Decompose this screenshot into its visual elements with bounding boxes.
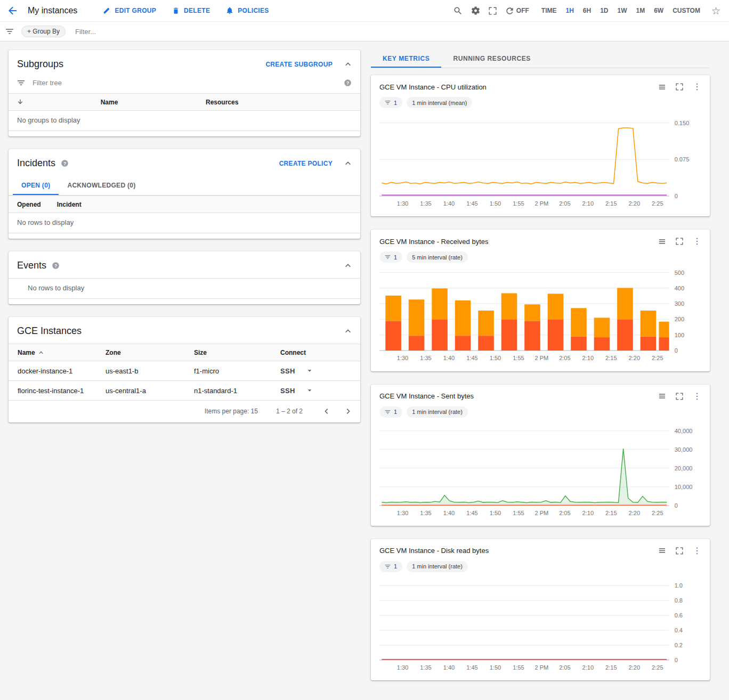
legend-list-icon[interactable] xyxy=(658,547,666,555)
svg-text:1:55: 1:55 xyxy=(513,355,524,361)
svg-text:1:45: 1:45 xyxy=(466,200,478,207)
chart-title: GCE VM Instance - CPU utilization xyxy=(379,83,487,91)
expand-chart-icon[interactable] xyxy=(676,393,683,400)
gce-col-zone[interactable]: Zone xyxy=(96,349,185,356)
incidents-empty-text: No rows to display xyxy=(9,213,360,233)
auto-refresh-toggle[interactable]: OFF xyxy=(506,7,529,15)
tab-key-metrics[interactable]: KEY METRICS xyxy=(371,50,441,68)
help-icon[interactable]: ? xyxy=(61,159,69,167)
gce-col-connect[interactable]: Connect xyxy=(271,349,360,356)
filter-tree-input[interactable]: Filter tree xyxy=(33,79,331,87)
items-per-page-label: Items per page: xyxy=(205,408,249,415)
gce-col-size[interactable]: Size xyxy=(185,349,271,356)
ssh-button[interactable]: SSH xyxy=(280,387,295,395)
ssh-button[interactable]: SSH xyxy=(280,367,295,375)
more-options-icon[interactable]: ⋮ xyxy=(693,83,701,91)
svg-text:200: 200 xyxy=(675,316,684,323)
expand-chart-icon[interactable] xyxy=(676,238,683,245)
collapse-chevron-icon[interactable] xyxy=(344,262,352,270)
next-page-icon[interactable] xyxy=(344,408,352,415)
chart-card-sent-bytes: GCE VM Instance - Sent bytes ⋮ xyxy=(371,385,710,526)
interval-chip[interactable]: 1 min interval (rate) xyxy=(407,406,468,418)
group-by-chip[interactable]: + Group By xyxy=(21,26,66,37)
subgroups-col-resources[interactable]: Resources xyxy=(187,99,360,106)
svg-text:2:10: 2:10 xyxy=(582,510,594,516)
previous-page-icon[interactable] xyxy=(323,408,330,415)
items-per-page-value[interactable]: 15 xyxy=(251,408,258,415)
filter-chip[interactable]: 1 xyxy=(379,251,402,263)
chart-canvas[interactable]: 50040030020010001:301:351:401:451:501:55… xyxy=(379,265,701,368)
svg-text:2:20: 2:20 xyxy=(629,200,641,207)
more-options-icon[interactable]: ⋮ xyxy=(693,237,701,246)
time-range-1d[interactable]: 1D xyxy=(600,7,608,14)
interval-chip[interactable]: 1 min interval (rate) xyxy=(407,561,468,572)
chart-canvas[interactable]: 40,00030,00020,00010,00001:301:351:401:4… xyxy=(379,420,701,523)
back-arrow-icon[interactable] xyxy=(9,6,17,15)
svg-text:?: ? xyxy=(54,263,57,268)
tab-acknowledged[interactable]: ACKNOWLEDGED (0) xyxy=(59,176,144,195)
filter-input[interactable]: Filter... xyxy=(75,28,724,36)
legend-list-icon[interactable] xyxy=(658,392,666,400)
interval-chip[interactable]: 1 min interval (mean) xyxy=(407,97,472,108)
interval-chip[interactable]: 5 min interval (rate) xyxy=(407,251,468,263)
time-range-1w[interactable]: 1W xyxy=(618,7,627,14)
chart-canvas[interactable]: 1.00.80.60.40.201:301:351:401:451:501:55… xyxy=(379,574,701,677)
edit-group-button[interactable]: EDIT GROUP xyxy=(103,7,156,14)
svg-text:1:45: 1:45 xyxy=(466,355,478,361)
filter-chip[interactable]: 1 xyxy=(379,561,402,572)
search-icon[interactable] xyxy=(453,6,462,15)
time-range-1m[interactable]: 1M xyxy=(636,7,645,14)
collapse-chevron-icon[interactable] xyxy=(344,328,352,335)
gce-col-name[interactable]: Name xyxy=(9,349,96,356)
tab-open[interactable]: OPEN (0) xyxy=(13,176,59,195)
collapse-chevron-icon[interactable] xyxy=(344,160,352,167)
incidents-col-opened[interactable]: Opened xyxy=(17,201,41,208)
delete-button[interactable]: DELETE xyxy=(172,7,210,14)
events-card: Events ? No rows to display xyxy=(9,251,360,304)
sort-ascending-icon xyxy=(38,350,44,355)
create-subgroup-button[interactable]: CREATE SUBGROUP xyxy=(265,61,333,68)
items-per-page[interactable]: Items per page: 15 xyxy=(205,408,258,415)
filter-chip[interactable]: 1 xyxy=(379,97,402,108)
legend-list-icon[interactable] xyxy=(658,238,666,246)
policies-button[interactable]: POLICIES xyxy=(226,7,269,14)
svg-text:1:35: 1:35 xyxy=(420,510,432,516)
fullscreen-icon[interactable] xyxy=(489,7,497,15)
time-range-6w[interactable]: 6W xyxy=(654,7,663,14)
tab-running-resources[interactable]: RUNNING RESOURCES xyxy=(441,50,542,68)
more-options-icon[interactable]: ⋮ xyxy=(693,392,701,401)
help-icon[interactable]: ? xyxy=(344,79,352,87)
svg-text:1:30: 1:30 xyxy=(397,664,409,671)
filter-chip-label: 1 xyxy=(394,563,397,569)
table-row[interactable]: docker-instance-1 us-east1-b f1-micro SS… xyxy=(9,361,360,381)
interval-chip-label: 1 min interval (mean) xyxy=(412,100,467,106)
svg-text:1:40: 1:40 xyxy=(443,664,455,671)
legend-list-icon[interactable] xyxy=(658,83,666,91)
events-empty-text: No rows to display xyxy=(9,279,360,299)
create-policy-button[interactable]: CREATE POLICY xyxy=(279,160,333,167)
subgroups-empty-text: No groups to display xyxy=(9,111,360,131)
chart-card-received-bytes: GCE VM Instance - Received bytes ⋮ xyxy=(371,230,710,371)
time-range-6h[interactable]: 6H xyxy=(583,7,591,14)
time-range-custom[interactable]: CUSTOM xyxy=(673,7,700,14)
ssh-dropdown-caret-icon[interactable] xyxy=(306,387,313,394)
collapse-chevron-icon[interactable] xyxy=(344,61,352,68)
filter-tree-icon xyxy=(17,79,25,87)
svg-text:2:20: 2:20 xyxy=(629,355,641,361)
sort-download-arrow-icon[interactable] xyxy=(9,99,32,106)
subgroups-col-name[interactable]: Name xyxy=(32,99,187,106)
time-range-1h[interactable]: 1H xyxy=(565,7,573,14)
filter-chip[interactable]: 1 xyxy=(379,406,402,418)
table-row[interactable]: florinc-test-instance-1 us-central1-a n1… xyxy=(9,381,360,401)
chart-card-disk-read-bytes: GCE VM Instance - Disk read bytes ⋮ xyxy=(371,539,710,680)
chart-canvas[interactable]: 0.1500.07501:301:351:401:451:501:552 PM2… xyxy=(379,110,701,213)
expand-chart-icon[interactable] xyxy=(676,83,683,91)
incidents-col-incident[interactable]: Incident xyxy=(57,201,82,208)
filter-list-icon[interactable] xyxy=(5,27,14,36)
favorite-star-icon[interactable]: ☆ xyxy=(711,6,720,16)
expand-chart-icon[interactable] xyxy=(676,547,683,555)
ssh-dropdown-caret-icon[interactable] xyxy=(306,367,313,375)
more-options-icon[interactable]: ⋮ xyxy=(693,547,701,555)
help-icon[interactable]: ? xyxy=(52,262,60,270)
settings-gear-icon[interactable] xyxy=(471,6,480,15)
